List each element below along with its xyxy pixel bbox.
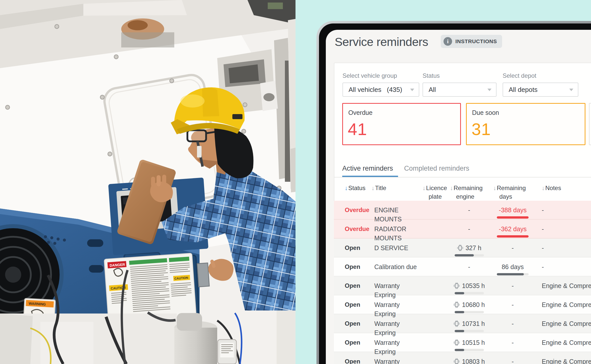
row-remaining-days: -388 days xyxy=(489,201,537,219)
status-value: All xyxy=(429,86,436,94)
column-header-title[interactable]: ↓Title xyxy=(372,180,418,201)
engine-icon xyxy=(457,245,463,251)
row-title: ENGINE MOUNTS xyxy=(374,201,421,219)
row-status: Overdue xyxy=(334,220,374,238)
row-title: D SERVICE xyxy=(374,239,421,257)
remaining-days-progress-bar xyxy=(497,216,529,219)
filter-label: Select depot xyxy=(503,72,578,79)
row-remaining-days: - xyxy=(489,239,537,257)
depot-value: All depots xyxy=(509,86,537,94)
row-remaining-engine-hours: 10731 h xyxy=(450,314,489,333)
engine-icon xyxy=(453,320,460,327)
engine-hours-progress-bar xyxy=(455,254,484,256)
row-remaining-engine-hours: 10803 h xyxy=(450,352,489,364)
table-row[interactable]: Open Warranty Expring 10535 h xyxy=(334,276,591,295)
row-notes: - xyxy=(537,257,591,276)
row-title: RADIATOR MOUNTS xyxy=(374,220,421,238)
row-status: Open xyxy=(334,276,374,295)
engine-hours-progress-bar xyxy=(455,311,484,313)
row-notes: Engine & Compressor 5 xyxy=(537,276,591,295)
vehicle-group-select[interactable]: All vehicles (435) xyxy=(342,83,419,97)
row-remaining-engine-hours: 327 h xyxy=(450,239,489,257)
row-licence-plate xyxy=(421,220,450,238)
row-licence-plate xyxy=(421,276,450,295)
due-soon-count: 31 xyxy=(472,119,491,139)
row-title: Warranty Expring xyxy=(374,333,421,352)
info-icon: i xyxy=(444,37,452,46)
table-row[interactable]: Open Warranty Expring 10680 h xyxy=(334,295,591,314)
filter-label: Status xyxy=(423,72,497,79)
column-header-notes[interactable]: ↓Notes xyxy=(537,180,591,201)
row-remaining-days: -362 days xyxy=(489,220,537,238)
remaining-days-progress-bar xyxy=(497,235,529,238)
row-title: Warranty Expiring xyxy=(374,352,421,364)
engine-icon xyxy=(453,301,460,308)
row-licence-plate xyxy=(421,201,450,219)
table-row[interactable]: Open Warranty Expiring 10803 h xyxy=(334,352,591,364)
column-header-licence-plate[interactable]: ↓Licence plate xyxy=(421,180,450,201)
row-licence-plate xyxy=(421,314,450,333)
due-soon-card[interactable]: Due soon 31 xyxy=(466,103,585,145)
instructions-button[interactable]: i INSTRUCTIONS xyxy=(441,35,502,48)
next-card-partial xyxy=(589,103,591,145)
sort-arrow-icon: ↓ xyxy=(423,185,426,191)
row-remaining-engine-hours: - xyxy=(450,257,489,276)
column-header-status[interactable]: ↓Status xyxy=(334,180,374,201)
tab-active-reminders[interactable]: Active reminders xyxy=(342,165,404,177)
engine-icon xyxy=(453,282,460,289)
table-row[interactable]: Open Calibration due - xyxy=(334,257,591,276)
sort-arrow-icon: ↓ xyxy=(345,185,348,191)
row-remaining-days: - xyxy=(489,295,537,314)
row-remaining-engine-hours: 10515 h xyxy=(450,333,489,352)
reminders-table-body: Overdue ENGINE MOUNTS - xyxy=(334,201,591,364)
row-status: Open xyxy=(334,333,374,352)
table-row[interactable]: Overdue RADIATOR MOUNTS - xyxy=(334,220,591,239)
row-remaining-days: - xyxy=(489,352,537,364)
row-status: Open xyxy=(334,314,374,333)
row-status: Overdue xyxy=(334,201,374,219)
row-remaining-engine-hours: - xyxy=(450,201,489,219)
engine-hours-progress-bar xyxy=(455,292,484,294)
row-remaining-days: - xyxy=(489,314,537,333)
row-licence-plate xyxy=(421,257,450,276)
caret-down-icon xyxy=(569,89,573,91)
table-row[interactable]: Open Warranty Expring 10515 h xyxy=(334,333,591,352)
row-remaining-engine-hours: - xyxy=(450,220,489,238)
row-notes: Engine & Compressor 5 xyxy=(537,333,591,352)
row-status: Open xyxy=(334,239,374,257)
sort-arrow-icon: ↓ xyxy=(450,185,453,191)
row-remaining-engine-hours: 10535 h xyxy=(450,276,489,295)
sort-arrow-icon: ↓ xyxy=(542,185,545,191)
column-header-remaining-engine-hours[interactable]: ↓Remaining engine hours xyxy=(450,180,489,201)
remaining-days-progress-bar xyxy=(497,273,529,275)
caret-down-icon xyxy=(410,89,414,91)
filter-label: Select vehicle group xyxy=(342,72,419,79)
column-header-remaining-days[interactable]: ↓Remaining days xyxy=(489,180,537,201)
row-notes: Engine & Compressor 5 xyxy=(537,352,591,364)
table-row[interactable]: Open Warranty Expring 10731 h xyxy=(334,314,591,333)
engine-hours-progress-bar xyxy=(455,349,484,351)
row-title: Warranty Expring xyxy=(374,314,421,333)
table-row[interactable]: Overdue ENGINE MOUNTS - xyxy=(334,201,591,220)
engine-icon xyxy=(453,339,460,346)
row-status: Open xyxy=(334,352,374,364)
row-remaining-engine-hours: 10680 h xyxy=(450,295,489,314)
tab-completed-reminders[interactable]: Completed reminders xyxy=(404,165,469,177)
table-row[interactable]: Open D SERVICE 327 h xyxy=(334,239,591,257)
row-title: Warranty Expring xyxy=(374,276,421,295)
status-select[interactable]: All xyxy=(423,83,497,97)
sort-arrow-icon: ↓ xyxy=(372,185,375,191)
row-status: Open xyxy=(334,295,374,314)
row-remaining-days: 86 days xyxy=(489,257,537,276)
table-header: ↓Status ↓Title ↓Licence plate ↓Remaining… xyxy=(334,180,591,201)
page-title: Service reminders xyxy=(335,35,428,49)
depot-select[interactable]: All depots xyxy=(503,83,578,97)
vehicle-group-value: All vehicles (435) xyxy=(349,86,402,94)
row-licence-plate xyxy=(421,295,450,314)
overdue-card-label: Overdue xyxy=(348,109,373,116)
tabs-divider xyxy=(334,177,591,177)
due-soon-card-label: Due soon xyxy=(472,109,499,116)
row-title: Warranty Expring xyxy=(374,295,421,314)
sort-arrow-icon: ↓ xyxy=(493,185,496,191)
overdue-card[interactable]: Overdue 41 xyxy=(342,103,461,145)
